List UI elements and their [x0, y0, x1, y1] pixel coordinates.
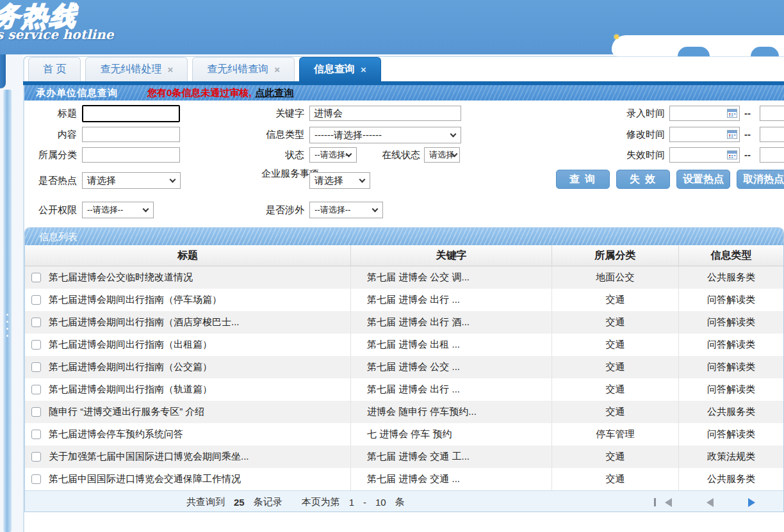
- status-select[interactable]: --请选择--: [309, 147, 357, 163]
- title-label: 标题: [26, 105, 77, 122]
- status-label: 状态: [247, 147, 304, 163]
- splitter-grip-icon: [6, 314, 8, 316]
- content-label: 内容: [26, 126, 77, 143]
- keyword-input[interactable]: [309, 106, 461, 121]
- is-foreign-select[interactable]: --请选择--: [309, 202, 383, 218]
- expire-time-to-input[interactable]: [760, 147, 784, 163]
- row-type: 公共服务类: [679, 468, 783, 490]
- row-type: 问答解读类: [679, 378, 783, 401]
- table-footer: 共查询到 25 条记录 本页为第 1 - 10 条: [25, 490, 783, 512]
- app-window: 务热线 s service hotline 首 页 查无纠错处理 × 查无纠错查…: [0, 0, 784, 532]
- tab-home[interactable]: 首 页: [28, 57, 81, 81]
- table-row[interactable]: 随申行 “进博交通出行服务专区” 介绍 进博会 随申行 停车预约... 交通 公…: [25, 401, 783, 423]
- row-title: 第七届进博会停车预约系统问答: [49, 428, 183, 440]
- table-header: 标题 关键字 所属分类 信息类型: [25, 245, 783, 266]
- table-row[interactable]: 第七届进博会期间出行指南（酒店穿梭巴士... 第七届 进博会 出行 酒... 交…: [25, 311, 783, 334]
- info-list-section: 信息列表 标题 关键字 所属分类 信息类型 第七届进博会公交临时绕改道情况 第七…: [24, 227, 784, 512]
- row-keywords: 第七届 进博会 交通 工...: [351, 446, 552, 468]
- row-checkbox[interactable]: [31, 385, 41, 394]
- modify-time-to-input[interactable]: [760, 127, 784, 142]
- content-input[interactable]: [82, 127, 180, 142]
- row-category: 交通: [552, 311, 679, 334]
- row-category: 停车管理: [552, 423, 679, 446]
- row-title: 第七届进博会期间出行指南（轨道篇）: [49, 383, 212, 396]
- table-row[interactable]: 第七届进博会公交临时绕改道情况 第七届 进博会 公交 调... 地面公交 公共服…: [25, 266, 783, 289]
- table-row[interactable]: 第七届进博会停车预约系统问答 七 进博会 停车 预约 停车管理 问答解读类: [25, 423, 783, 446]
- row-category: 交通: [552, 289, 679, 311]
- row-checkbox[interactable]: [31, 318, 41, 327]
- row-type: 公共服务类: [679, 266, 783, 289]
- cancel-hotspot-button[interactable]: 取消热点: [737, 170, 784, 189]
- close-icon[interactable]: ×: [274, 64, 280, 75]
- calendar-icon[interactable]: [727, 129, 737, 141]
- is-hot-label: 是否热点: [26, 172, 77, 189]
- row-keywords: 进博会 随申行 停车预约...: [351, 401, 552, 423]
- prev-page-icon[interactable]: [706, 498, 723, 507]
- row-type: 问答解读类: [679, 289, 783, 311]
- tab-info-query[interactable]: 信息查询 ×: [299, 57, 381, 81]
- row-checkbox[interactable]: [31, 295, 41, 305]
- calendar-icon[interactable]: [727, 150, 737, 162]
- row-category: 交通: [552, 356, 679, 378]
- row-checkbox[interactable]: [31, 474, 41, 484]
- row-checkbox[interactable]: [31, 362, 41, 372]
- table-row[interactable]: 第七届进博会期间出行指南（停车场篇） 第七届 进博会 出行 ... 交通 问答解…: [25, 289, 783, 311]
- row-category: 交通: [552, 378, 679, 401]
- table-row[interactable]: 第七届中国国际进口博览会交通保障工作情况 第七届 进博会 交通 ... 交通 公…: [25, 468, 783, 490]
- first-page-icon[interactable]: [654, 498, 681, 507]
- row-checkbox[interactable]: [31, 273, 41, 282]
- invalidate-button[interactable]: 失 效: [616, 170, 670, 189]
- chevron-down-icon: [372, 206, 379, 213]
- row-checkbox[interactable]: [31, 430, 41, 439]
- online-status-label: 在线状态: [375, 147, 420, 163]
- table-row[interactable]: 第七届进博会期间出行指南（出租篇） 第七届 进博会 出租 ... 交通 问答解读…: [25, 334, 783, 356]
- row-title: 第七届进博会公交临时绕改道情况: [49, 271, 193, 284]
- select-value: --请选择--: [314, 149, 350, 161]
- tab-label: 查无纠错处理: [100, 63, 161, 76]
- select-value: 请选择: [429, 149, 454, 161]
- tab-error-check-query[interactable]: 查无纠错查询 ×: [192, 57, 295, 81]
- category-label: 所属分类: [26, 147, 77, 163]
- audit-notice-link[interactable]: 点此查询: [256, 87, 294, 99]
- range-separator: --: [744, 105, 751, 122]
- table-body: 第七届进博会公交临时绕改道情况 第七届 进博会 公交 调... 地面公交 公共服…: [25, 266, 783, 490]
- is-hot-select[interactable]: 请选择: [82, 172, 181, 189]
- page-start: 1: [349, 497, 354, 508]
- entry-time-to-input[interactable]: [760, 106, 784, 121]
- set-hotspot-button[interactable]: 设置热点: [676, 170, 730, 189]
- total-prefix: 共查询到: [186, 496, 225, 508]
- tab-error-check-handle[interactable]: 查无纠错处理 ×: [85, 57, 188, 81]
- table-row[interactable]: 关于加强第七届中国国际进口博览会期间乘坐... 第七届 进博会 交通 工... …: [25, 446, 783, 468]
- public-permission-select[interactable]: --请选择--: [82, 202, 154, 218]
- next-page-icon[interactable]: [748, 498, 764, 507]
- info-type-label: 信息类型: [247, 126, 304, 143]
- modify-time-label: 修改时间: [607, 126, 665, 143]
- modify-time-from-field: [669, 127, 740, 142]
- row-keywords: 七 进博会 停车 预约: [351, 423, 552, 446]
- chevron-down-icon: [170, 177, 176, 183]
- close-icon[interactable]: ×: [167, 64, 173, 75]
- is-foreign-label: 是否涉外: [247, 202, 304, 218]
- row-keywords: 第七届 进博会 出行 酒...: [351, 311, 552, 334]
- close-icon[interactable]: ×: [361, 64, 366, 75]
- row-checkbox[interactable]: [31, 407, 41, 417]
- chevron-down-icon: [359, 177, 366, 183]
- info-type-select[interactable]: ------请选择------: [309, 127, 461, 143]
- row-checkbox[interactable]: [31, 340, 41, 350]
- table-row[interactable]: 第七届进博会期间出行指南（公交篇） 第七届 进博会 公交 ... 交通 问答解读…: [25, 356, 783, 378]
- sidebar-splitter-handle[interactable]: [3, 90, 12, 532]
- enterprise-service-label: 企业服务事项: [261, 167, 305, 180]
- calendar-icon[interactable]: [727, 108, 737, 120]
- category-input[interactable]: [82, 147, 180, 163]
- select-value: --请选择--: [87, 204, 123, 216]
- online-status-select[interactable]: 请选择: [424, 147, 460, 163]
- sidebar-collapsed-tab[interactable]: [0, 54, 6, 88]
- table-row[interactable]: 第七届进博会期间出行指南（轨道篇） 第七届 进博会 出行 ... 交通 问答解读…: [25, 378, 783, 401]
- tab-bar: 首 页 查无纠错处理 × 查无纠错查询 × 信息查询 ×: [28, 57, 381, 81]
- column-header-title: 标题: [25, 245, 351, 266]
- title-input[interactable]: [82, 105, 180, 122]
- query-button[interactable]: 查 询: [556, 170, 610, 189]
- enterprise-service-select[interactable]: 请选择: [309, 172, 370, 189]
- row-checkbox[interactable]: [31, 452, 41, 462]
- tab-label: 信息查询: [314, 63, 355, 76]
